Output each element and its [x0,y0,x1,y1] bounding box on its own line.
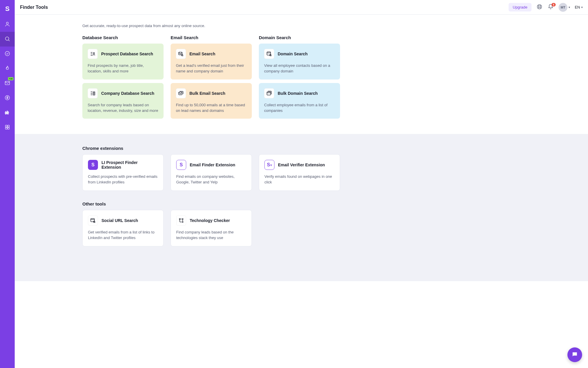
mail-search-icon [176,49,186,59]
upgrade-button[interactable]: Upgrade [509,3,532,11]
svg-point-3 [5,51,10,56]
svg-line-2 [9,40,10,41]
card-title: Domain Search [278,52,308,56]
browser-stack-icon [264,88,274,98]
extensions-heading: Chrome extensions [82,146,341,151]
svg-line-40 [95,222,95,223]
svg-line-29 [183,56,183,56]
company-database-search-card[interactable]: Company Database Search Search for compa… [82,83,164,119]
language-label: EN [575,5,580,9]
other-tools-heading: Other tools [82,201,341,206]
card-description: Find prospects by name, job title, locat… [88,63,158,74]
language-menu[interactable]: EN ▾ [575,5,583,9]
sidebar-item-apps[interactable] [0,120,15,135]
sidebar-item-finder[interactable] [0,32,15,47]
card-title: Bulk Email Search [189,91,225,96]
main-content: Get accurate, ready-to-use prospect data… [15,0,588,281]
svg-rect-35 [267,92,271,95]
dollar-icon [4,95,10,102]
svg-point-1 [5,37,9,40]
flame-icon [4,65,10,72]
avatar: MT [559,3,567,12]
svg-line-34 [271,56,271,56]
social-url-search-card[interactable]: Social URL Search Get verified emails fr… [82,210,164,246]
sidebar-item-campaigns[interactable]: +AI [0,76,15,91]
column-heading: Email Search [171,35,252,40]
email-search-column: Email Search Email Search Get a lead's v… [171,35,252,122]
sidebar-item-extensions[interactable] [0,105,15,120]
card-title: Prospect Database Search [101,52,153,56]
list-person-icon [88,49,98,59]
grid-icon [4,124,10,131]
sidebar: S +AI [0,0,15,281]
app-logo[interactable]: S [5,3,10,15]
card-description: Collect employee emails from a list of c… [264,102,335,114]
puzzle-icon [4,110,10,116]
list-building-icon [88,88,98,98]
svg-point-0 [6,22,9,24]
person-icon [4,21,10,28]
card-description: Get a lead's verified email just from th… [176,63,246,74]
svg-point-43 [182,221,183,222]
card-description: Get verified emails from a list of links… [88,230,158,241]
chevron-down-icon: ▾ [569,6,570,9]
search-icon [4,36,10,43]
card-description: Find company leads based on the technolo… [176,230,246,241]
bulk-email-search-card[interactable]: Bulk Email Search Find up to 50,000 emai… [171,83,252,119]
svg-rect-8 [5,127,7,129]
card-description: Collect prospects with pre-verified emai… [88,174,158,185]
card-title: Email Search [189,52,215,56]
card-title: Email Finder Extension [190,163,235,167]
extension-s-outline-icon: S [176,160,186,170]
card-title: Bulk Domain Search [278,91,318,96]
technology-icon [176,216,186,226]
svg-point-42 [182,218,183,219]
card-description: Find emails on company websites, Google,… [176,174,246,185]
sidebar-item-warmup[interactable] [0,61,15,76]
prospect-database-search-card[interactable]: Prospect Database Search Find prospects … [82,44,164,79]
svg-rect-6 [5,125,7,127]
ai-badge: +AI [8,77,14,80]
card-description: Search for company leads based on locati… [88,102,158,114]
card-title: Email Verifier Extension [278,163,325,167]
svg-rect-30 [179,92,182,95]
extensions-section: Chrome extensions S LI Prospect Finder E… [15,134,588,281]
search-tools-section: Get accurate, ready-to-use prospect data… [15,15,588,134]
email-search-card[interactable]: Email Search Get a lead's verified email… [171,44,252,79]
mail-stack-icon [176,88,186,98]
database-search-column: Database Search Prospect Database Search… [82,35,164,122]
card-title: Company Database Search [101,91,154,96]
notification-count: 5 [552,3,556,6]
page-title: Finder Tools [20,5,48,10]
link-search-icon [88,216,98,226]
chevron-down-icon: ▾ [581,6,583,9]
svg-point-11 [539,6,541,8]
card-title: Technology Checker [190,218,230,223]
bulk-domain-search-card[interactable]: Bulk Domain Search Collect employee emai… [259,83,340,119]
help-button[interactable] [536,4,543,11]
technology-checker-card[interactable]: Technology Checker Find company leads ba… [171,210,252,246]
sidebar-item-contacts[interactable] [0,17,15,32]
card-description: Verify emails found on webpages in one c… [264,174,334,185]
card-title: Social URL Search [101,218,138,223]
email-verifier-extension-card[interactable]: Sv Email Verifier Extension Verify email… [259,154,340,191]
svg-point-19 [93,52,94,54]
card-title: LI Prospect Finder Extension [101,160,158,170]
topbar: Finder Tools Upgrade 5 MT ▾ EN ▾ [15,0,588,15]
browser-search-icon [264,49,274,59]
lifebuoy-icon [537,4,542,11]
domain-search-card[interactable]: Domain Search View all employee contacts… [259,44,340,79]
li-prospect-finder-card[interactable]: S LI Prospect Finder Extension Collect p… [82,154,164,191]
sidebar-item-verify[interactable] [0,47,15,61]
svg-rect-7 [8,125,9,127]
notifications-button[interactable]: 5 [547,4,554,11]
check-circle-icon [4,51,10,57]
svg-point-41 [179,218,180,219]
card-description: View all employee contacts based on a co… [264,63,335,74]
card-description: Find up to 50,000 emails at a time based… [176,102,246,114]
account-menu[interactable]: MT ▾ [559,3,570,12]
svg-rect-9 [8,127,9,129]
extension-sv-outline-icon: Sv [264,160,274,170]
email-finder-extension-card[interactable]: S Email Finder Extension Find emails on … [171,154,252,191]
sidebar-item-deals[interactable] [0,91,15,105]
